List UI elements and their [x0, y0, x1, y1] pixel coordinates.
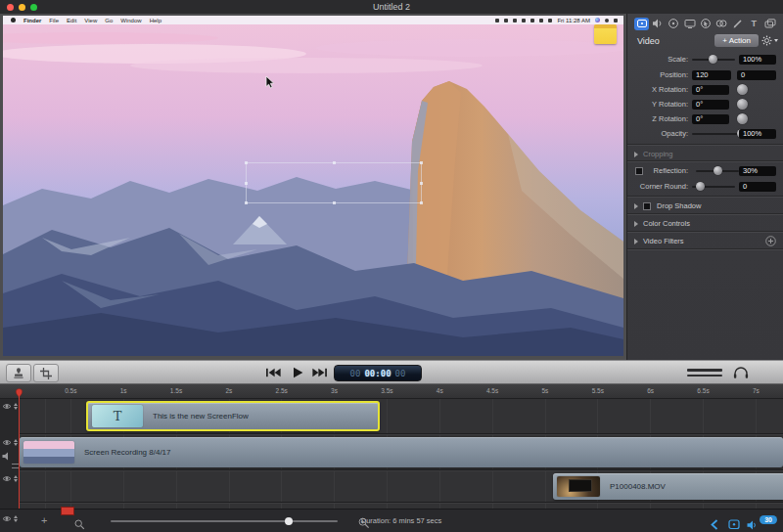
ruler-tick: 2.5s [276, 387, 288, 394]
tab-callout[interactable] [699, 18, 714, 30]
recorded-menu-item: Finder [23, 18, 41, 23]
color-controls-disclosure-icon[interactable] [634, 221, 638, 227]
color-controls-section[interactable]: Color Controls [643, 219, 690, 228]
inspector-settings-menu[interactable] [761, 35, 778, 46]
tab-media-library[interactable] [762, 18, 777, 30]
corner-round-slider[interactable] [692, 186, 735, 188]
ruler-tick: 6.5s [697, 387, 709, 394]
play-button[interactable] [289, 366, 306, 378]
position-label: Position: [627, 70, 688, 79]
drop-shadow-checkbox[interactable] [643, 202, 651, 210]
opacity-value-field[interactable]: 100% [739, 129, 776, 139]
add-video-filter-button[interactable] [765, 236, 776, 248]
zoom-out-button[interactable] [74, 516, 85, 532]
ruler-tick: 0.5s [65, 387, 76, 394]
siri-icon [595, 18, 600, 22]
scale-value-field[interactable]: 100% [739, 55, 776, 65]
zoom-slider-handle[interactable] [285, 517, 293, 525]
x-rotation-knob[interactable] [737, 84, 748, 95]
publish-button[interactable] [711, 516, 718, 532]
cropping-disclosure-icon[interactable] [634, 152, 638, 157]
drop-shadow-section[interactable]: Drop Shadow [657, 201, 701, 210]
tab-video-motion[interactable] [667, 18, 681, 30]
x-rotation-field[interactable]: 0° [692, 85, 729, 95]
track2-audio-icon[interactable] [2, 452, 11, 461]
scale-slider[interactable] [692, 59, 735, 61]
add-action-button[interactable]: + Action [714, 34, 759, 47]
text-clip-thumbnail: T [92, 405, 143, 427]
tab-audio[interactable] [650, 18, 665, 30]
cropping-section[interactable]: Cropping [643, 150, 672, 158]
z-rotation-knob[interactable] [737, 113, 748, 124]
opacity-slider[interactable] [692, 133, 743, 135]
add-track-button[interactable]: + [41, 514, 47, 526]
sticky-note [594, 24, 617, 44]
status-icon [495, 19, 499, 22]
monitor-audio-button[interactable] [732, 365, 750, 383]
properties-panel: T Video + Action [626, 14, 783, 360]
duration-text: Duration: 6 mins 57 secs [323, 516, 480, 525]
position-y-field[interactable]: 0 [737, 70, 776, 80]
gear-icon [761, 35, 772, 46]
clip-label: P1000408.MOV [610, 482, 666, 491]
mute-button[interactable] [747, 516, 758, 532]
video-filters-section[interactable]: Video Filters [643, 237, 684, 245]
crop-tool-button[interactable] [33, 364, 59, 382]
window-titlebar[interactable]: Untitled 2 [0, 0, 783, 14]
track4-visibility-icon[interactable] [2, 515, 12, 522]
track1-visibility-icon[interactable] [2, 403, 12, 410]
tab-video[interactable] [634, 18, 649, 30]
track4-height-toggle[interactable] [14, 515, 18, 522]
y-rotation-knob[interactable] [737, 99, 748, 110]
mouse-cursor [265, 76, 275, 89]
x-rotation-label: X Rotation: [627, 85, 688, 94]
status-icon [539, 19, 543, 22]
recorded-menu-item: Window [120, 18, 141, 23]
reflection-slider[interactable] [696, 170, 739, 172]
timeline-clip-movie[interactable]: P1000408.MOV [553, 473, 783, 500]
scale-label: Scale: [627, 55, 688, 64]
recorded-menu-item: Help [150, 18, 161, 23]
reflection-checkbox[interactable] [635, 167, 643, 175]
preview-canvas[interactable]: FinderFileEditViewGoWindowHelp Fri 11:28… [0, 14, 626, 360]
timeline-clip-text[interactable]: T This is the new ScreenFlow [86, 401, 380, 431]
corner-round-value-field[interactable]: 0 [739, 182, 776, 192]
y-rotation-field[interactable]: 0° [692, 100, 729, 110]
chevron-left-icon [711, 519, 718, 530]
drop-shadow-disclosure-icon[interactable] [634, 203, 638, 209]
recorded-menu-item: Edit [67, 18, 76, 23]
apple-logo-icon [11, 18, 16, 22]
tab-text[interactable]: T [747, 18, 761, 30]
reflection-value-field[interactable]: 30% [739, 166, 776, 176]
recorded-menu-item: File [49, 18, 59, 23]
video-preview[interactable]: FinderFileEditViewGoWindowHelp Fri 11:28… [3, 16, 623, 356]
status-icon [522, 19, 526, 22]
timeline-ruler[interactable]: 0.5s1s1.5s2s2.5s3s3.5s4s4.5s5s5.5s6s6.5s… [0, 383, 783, 399]
video-filters-disclosure-icon[interactable] [634, 239, 638, 244]
text-box-selection[interactable] [246, 162, 422, 203]
ruler-tick: 5s [542, 387, 549, 394]
z-rotation-label: Z Rotation: [627, 114, 688, 123]
timeline-zoom-slider[interactable] [111, 520, 338, 522]
tab-touch-callout[interactable] [714, 18, 729, 30]
timecode-display[interactable]: 00 00:00 00 [334, 365, 422, 381]
position-x-field[interactable]: 120 [692, 70, 731, 80]
red-clip-marker[interactable] [61, 507, 74, 515]
track2-visibility-icon[interactable] [2, 439, 12, 446]
z-rotation-field[interactable]: 0° [692, 114, 729, 124]
timecode-minutes-seconds: 00:00 [364, 369, 391, 378]
playhead[interactable] [15, 385, 23, 512]
fast-forward-button[interactable] [311, 366, 329, 378]
tab-screen-recording[interactable] [682, 18, 697, 30]
stamp-tool-button[interactable] [6, 364, 31, 382]
y-rotation-label: Y Rotation: [627, 100, 688, 109]
track3-visibility-icon[interactable] [2, 475, 12, 482]
timeline-clip-screen-recording[interactable]: Screen Recording 8/4/17 [20, 437, 783, 467]
rewind-button[interactable] [264, 366, 282, 378]
recorded-menu-item: Go [105, 18, 113, 23]
fps-badge[interactable]: 30 [760, 515, 777, 524]
timecode-hours: 00 [350, 369, 361, 378]
status-icon [530, 19, 534, 22]
tab-annotations[interactable] [730, 18, 745, 30]
scale-to-fit-button[interactable] [728, 516, 740, 532]
